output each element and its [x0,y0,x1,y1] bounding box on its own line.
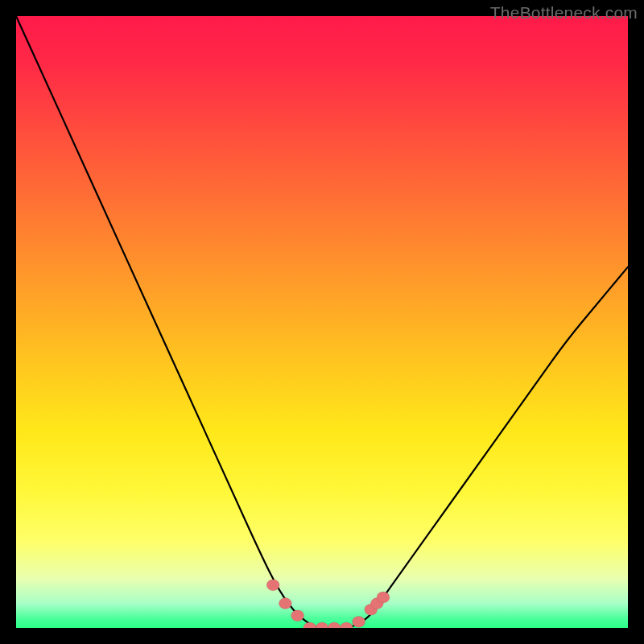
curve-marker [291,610,304,621]
curve-marker [353,616,365,627]
curve-marker [340,622,353,628]
curve-marker [279,598,291,609]
curve-svg [16,16,628,628]
chart-frame: TheBottleneck.com [0,0,644,644]
watermark-text: TheBottleneck.com [490,3,638,23]
curve-marker [377,592,390,603]
curve-marker [266,580,279,591]
curve-marker [303,622,316,628]
curve-marker [328,622,341,628]
bottleneck-curve [16,16,628,628]
plot-area [16,16,628,628]
marker-group [266,580,390,628]
curve-marker [316,622,328,628]
